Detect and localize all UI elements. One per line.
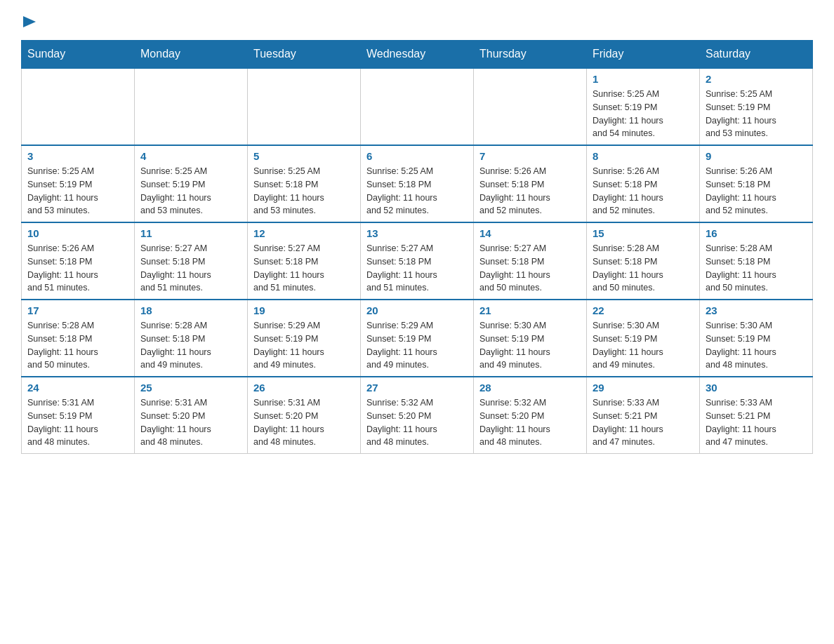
calendar-cell: [474, 68, 587, 145]
calendar-cell: 9Sunrise: 5:26 AM Sunset: 5:18 PM Daylig…: [700, 145, 813, 222]
day-info: Sunrise: 5:31 AM Sunset: 5:20 PM Dayligh…: [140, 396, 241, 449]
day-info: Sunrise: 5:31 AM Sunset: 5:20 PM Dayligh…: [253, 396, 355, 449]
day-info: Sunrise: 5:25 AM Sunset: 5:18 PM Dayligh…: [366, 165, 468, 217]
day-number: 4: [140, 150, 241, 162]
day-number: 15: [593, 227, 694, 239]
day-info: Sunrise: 5:28 AM Sunset: 5:18 PM Dayligh…: [706, 242, 807, 295]
calendar-cell: 25Sunrise: 5:31 AM Sunset: 5:20 PM Dayli…: [135, 377, 248, 454]
calendar-cell: 28Sunrise: 5:32 AM Sunset: 5:20 PM Dayli…: [474, 377, 587, 454]
calendar-cell: 14Sunrise: 5:27 AM Sunset: 5:18 PM Dayli…: [474, 222, 587, 300]
calendar-cell: 4Sunrise: 5:25 AM Sunset: 5:19 PM Daylig…: [135, 145, 248, 222]
calendar-cell: 2Sunrise: 5:25 AM Sunset: 5:19 PM Daylig…: [700, 68, 813, 145]
week-row-1: 1Sunrise: 5:25 AM Sunset: 5:19 PM Daylig…: [22, 68, 813, 145]
week-row-4: 17Sunrise: 5:28 AM Sunset: 5:18 PM Dayli…: [22, 300, 813, 377]
calendar-cell: 29Sunrise: 5:33 AM Sunset: 5:21 PM Dayli…: [587, 377, 700, 454]
calendar-cell: 24Sunrise: 5:31 AM Sunset: 5:19 PM Dayli…: [22, 377, 135, 454]
logo-arrow-icon: [23, 16, 36, 30]
calendar-cell: 3Sunrise: 5:25 AM Sunset: 5:19 PM Daylig…: [22, 145, 135, 222]
calendar-cell: [135, 68, 248, 145]
calendar-cell: 21Sunrise: 5:30 AM Sunset: 5:19 PM Dayli…: [474, 300, 587, 377]
day-info: Sunrise: 5:27 AM Sunset: 5:18 PM Dayligh…: [253, 242, 355, 295]
day-info: Sunrise: 5:33 AM Sunset: 5:21 PM Dayligh…: [593, 396, 694, 449]
svg-marker-0: [23, 16, 36, 27]
calendar-cell: 5Sunrise: 5:25 AM Sunset: 5:18 PM Daylig…: [248, 145, 361, 222]
day-number: 30: [706, 382, 807, 394]
calendar-cell: 1Sunrise: 5:25 AM Sunset: 5:19 PM Daylig…: [587, 68, 700, 145]
day-number: 21: [479, 304, 581, 316]
calendar-cell: 26Sunrise: 5:31 AM Sunset: 5:20 PM Dayli…: [248, 377, 361, 454]
day-info: Sunrise: 5:26 AM Sunset: 5:18 PM Dayligh…: [706, 165, 807, 217]
day-info: Sunrise: 5:25 AM Sunset: 5:18 PM Dayligh…: [253, 165, 355, 217]
calendar-cell: 10Sunrise: 5:26 AM Sunset: 5:18 PM Dayli…: [22, 222, 135, 300]
calendar-cell: 19Sunrise: 5:29 AM Sunset: 5:19 PM Dayli…: [248, 300, 361, 377]
calendar-cell: 22Sunrise: 5:30 AM Sunset: 5:19 PM Dayli…: [587, 300, 700, 377]
day-info: Sunrise: 5:27 AM Sunset: 5:18 PM Dayligh…: [140, 242, 241, 295]
day-info: Sunrise: 5:25 AM Sunset: 5:19 PM Dayligh…: [140, 165, 241, 217]
calendar-header-row: SundayMondayTuesdayWednesdayThursdayFrid…: [22, 41, 813, 69]
weekday-header-saturday: Saturday: [700, 41, 813, 69]
page-header: [21, 14, 813, 27]
calendar-cell: [22, 68, 135, 145]
day-number: 20: [366, 304, 468, 316]
calendar-cell: 17Sunrise: 5:28 AM Sunset: 5:18 PM Dayli…: [22, 300, 135, 377]
day-number: 2: [706, 73, 807, 85]
day-number: 27: [366, 382, 468, 394]
logo: [21, 14, 36, 27]
day-number: 12: [253, 227, 355, 239]
day-info: Sunrise: 5:25 AM Sunset: 5:19 PM Dayligh…: [593, 88, 694, 140]
calendar-table: SundayMondayTuesdayWednesdayThursdayFrid…: [21, 40, 813, 454]
week-row-3: 10Sunrise: 5:26 AM Sunset: 5:18 PM Dayli…: [22, 222, 813, 300]
weekday-header-monday: Monday: [135, 41, 248, 69]
weekday-header-thursday: Thursday: [474, 41, 587, 69]
day-number: 9: [706, 150, 807, 162]
calendar-cell: 6Sunrise: 5:25 AM Sunset: 5:18 PM Daylig…: [361, 145, 474, 222]
calendar-cell: 11Sunrise: 5:27 AM Sunset: 5:18 PM Dayli…: [135, 222, 248, 300]
weekday-header-sunday: Sunday: [22, 41, 135, 69]
day-info: Sunrise: 5:27 AM Sunset: 5:18 PM Dayligh…: [366, 242, 468, 295]
day-number: 25: [140, 382, 241, 394]
day-info: Sunrise: 5:26 AM Sunset: 5:18 PM Dayligh…: [479, 165, 581, 217]
calendar-cell: 13Sunrise: 5:27 AM Sunset: 5:18 PM Dayli…: [361, 222, 474, 300]
weekday-header-friday: Friday: [587, 41, 700, 69]
day-number: 19: [253, 304, 355, 316]
day-info: Sunrise: 5:28 AM Sunset: 5:18 PM Dayligh…: [140, 319, 241, 372]
day-info: Sunrise: 5:32 AM Sunset: 5:20 PM Dayligh…: [366, 396, 468, 449]
day-info: Sunrise: 5:27 AM Sunset: 5:18 PM Dayligh…: [479, 242, 581, 295]
calendar-cell: 15Sunrise: 5:28 AM Sunset: 5:18 PM Dayli…: [587, 222, 700, 300]
calendar-cell: 16Sunrise: 5:28 AM Sunset: 5:18 PM Dayli…: [700, 222, 813, 300]
day-info: Sunrise: 5:33 AM Sunset: 5:21 PM Dayligh…: [706, 396, 807, 449]
calendar-cell: 23Sunrise: 5:30 AM Sunset: 5:19 PM Dayli…: [700, 300, 813, 377]
day-number: 13: [366, 227, 468, 239]
day-info: Sunrise: 5:32 AM Sunset: 5:20 PM Dayligh…: [479, 396, 581, 449]
day-info: Sunrise: 5:30 AM Sunset: 5:19 PM Dayligh…: [479, 319, 581, 372]
day-number: 17: [27, 304, 128, 316]
day-number: 29: [593, 382, 694, 394]
day-info: Sunrise: 5:28 AM Sunset: 5:18 PM Dayligh…: [593, 242, 694, 295]
day-info: Sunrise: 5:30 AM Sunset: 5:19 PM Dayligh…: [706, 319, 807, 372]
day-number: 28: [479, 382, 581, 394]
day-number: 11: [140, 227, 241, 239]
calendar-cell: 18Sunrise: 5:28 AM Sunset: 5:18 PM Dayli…: [135, 300, 248, 377]
day-number: 16: [706, 227, 807, 239]
day-number: 8: [593, 150, 694, 162]
day-info: Sunrise: 5:30 AM Sunset: 5:19 PM Dayligh…: [593, 319, 694, 372]
day-number: 23: [706, 304, 807, 316]
day-info: Sunrise: 5:29 AM Sunset: 5:19 PM Dayligh…: [253, 319, 355, 372]
calendar-cell: 20Sunrise: 5:29 AM Sunset: 5:19 PM Dayli…: [361, 300, 474, 377]
day-number: 14: [479, 227, 581, 239]
day-info: Sunrise: 5:25 AM Sunset: 5:19 PM Dayligh…: [706, 88, 807, 140]
day-number: 22: [593, 304, 694, 316]
day-info: Sunrise: 5:26 AM Sunset: 5:18 PM Dayligh…: [27, 242, 128, 295]
day-info: Sunrise: 5:29 AM Sunset: 5:19 PM Dayligh…: [366, 319, 468, 372]
day-number: 5: [253, 150, 355, 162]
day-number: 7: [479, 150, 581, 162]
day-info: Sunrise: 5:25 AM Sunset: 5:19 PM Dayligh…: [27, 165, 128, 217]
day-number: 3: [27, 150, 128, 162]
day-number: 1: [593, 73, 694, 85]
day-info: Sunrise: 5:26 AM Sunset: 5:18 PM Dayligh…: [593, 165, 694, 217]
day-number: 26: [253, 382, 355, 394]
calendar-cell: [248, 68, 361, 145]
calendar-cell: 7Sunrise: 5:26 AM Sunset: 5:18 PM Daylig…: [474, 145, 587, 222]
week-row-5: 24Sunrise: 5:31 AM Sunset: 5:19 PM Dayli…: [22, 377, 813, 454]
day-info: Sunrise: 5:28 AM Sunset: 5:18 PM Dayligh…: [27, 319, 128, 372]
